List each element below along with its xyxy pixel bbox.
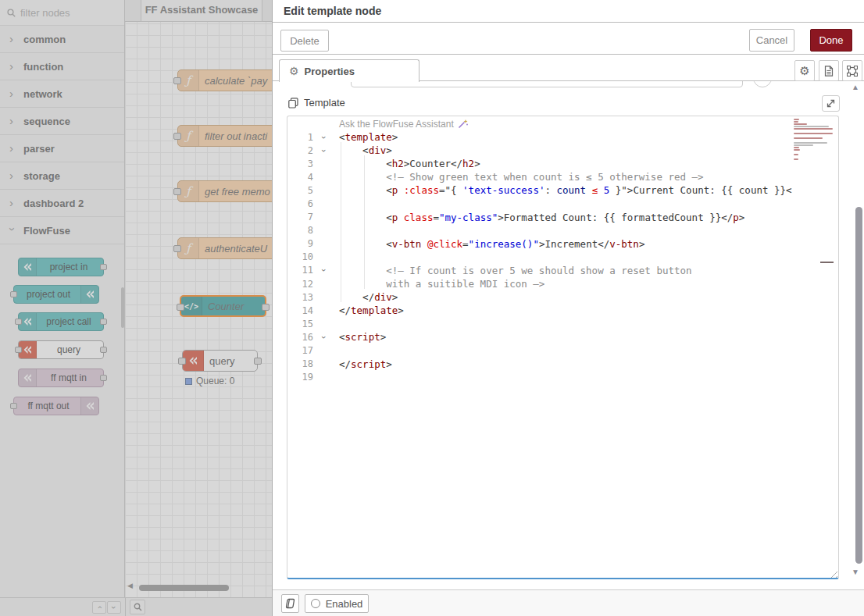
chevron-icon: › <box>9 172 16 180</box>
node-input-port[interactable] <box>15 319 22 325</box>
canvas-node-query[interactable]: query <box>182 350 258 372</box>
expand-icon <box>827 99 835 108</box>
canvas-node-label: get free memo <box>205 181 270 201</box>
palette-category-parser[interactable]: ›parser <box>0 135 124 162</box>
palette-category-common[interactable]: ›common <box>0 26 124 53</box>
minimap[interactable] <box>794 119 836 155</box>
node-output-port[interactable] <box>254 358 262 365</box>
editor-resize-handle[interactable] <box>828 568 837 578</box>
canvas-node-filter-out-inacti[interactable]: ƒfilter out inacti <box>177 125 272 147</box>
function-icon: ƒ <box>186 129 191 143</box>
node-settings-button[interactable]: ⚙ <box>794 60 815 81</box>
node-output-port[interactable] <box>100 264 107 270</box>
enabled-toggle-button[interactable]: Enabled <box>305 594 369 613</box>
name-input-partial[interactable] <box>351 81 743 87</box>
palette-collapse-up-button[interactable]: › <box>92 601 106 614</box>
code-lines: 1›<template>2› <div>3 <h2>Counter</h2>4 … <box>287 130 838 384</box>
tray-tabrow: ⚙ Properties ⚙ <box>273 55 864 81</box>
expand-editor-button[interactable] <box>822 95 840 112</box>
minimap-line <box>794 158 798 160</box>
palette-node-project-out[interactable]: project out <box>13 285 99 304</box>
palette-collapse-down-button[interactable]: › <box>107 601 121 614</box>
flowfuse-node-icon <box>85 402 95 410</box>
palette-filter[interactable]: filter nodes <box>0 0 124 26</box>
code-line: 9 <v-btn @click="increase()">Increment</… <box>287 237 838 251</box>
node-input-port[interactable] <box>15 347 22 353</box>
tray-scrollbar-thumb[interactable] <box>855 207 862 564</box>
canvas-search-button[interactable] <box>130 600 145 614</box>
palette-scrollbar[interactable] <box>121 287 124 328</box>
node-output-port[interactable] <box>100 319 107 325</box>
canvas-node-get-free-memo[interactable]: ƒget free memo <box>177 180 272 202</box>
code-text: <!— Show green text when count is ≤ 5 ot… <box>331 171 704 183</box>
search-icon <box>7 9 16 17</box>
node-input-port[interactable] <box>178 358 186 365</box>
scrollbar-down-arrow[interactable]: ▼ <box>852 568 859 576</box>
tray-footer: Enabled <box>273 589 864 616</box>
canvas-node-counter[interactable]: </>Counter <box>180 295 266 317</box>
fold-chevron-icon[interactable]: › <box>317 266 331 274</box>
code-line: 5 <p :class="{ 'text-success': count ≤ 5… <box>287 183 838 197</box>
minimap-line <box>794 119 799 120</box>
node-icon-strip: ƒ <box>178 70 199 91</box>
node-input-port[interactable] <box>173 133 181 140</box>
cancel-button[interactable]: Cancel <box>749 29 794 52</box>
assistant-placeholder-line[interactable]: Ask the FlowFuse Assistant <box>287 118 838 130</box>
node-output-port[interactable] <box>100 375 107 381</box>
code-line: 4 <!— Show green text when count is ≤ 5 … <box>287 170 838 183</box>
code-line: 1›<template> <box>287 130 838 144</box>
code-line: 13 </div> <box>287 290 838 304</box>
palette-node-ff-mqtt-in[interactable]: ff mqtt in <box>18 369 104 387</box>
delete-button[interactable]: Delete <box>280 30 329 52</box>
node-input-port[interactable] <box>10 291 17 297</box>
code-editor[interactable]: Ask the FlowFuse Assistant 1›<template>2… <box>287 116 839 579</box>
code-line: 3 <h2>Counter</h2> <box>287 157 838 170</box>
flow-canvas[interactable]: FF Assistant Showcase ƒcalculate `payƒfi… <box>125 0 272 597</box>
palette-node-label: project in <box>39 258 98 276</box>
docs-book-button[interactable] <box>281 594 299 613</box>
tab-properties[interactable]: ⚙ Properties <box>279 59 420 82</box>
node-input-port[interactable] <box>173 77 181 84</box>
line-number: 6 <box>287 198 317 209</box>
line-number: 2 <box>287 145 317 156</box>
canvas-node-label: query <box>209 351 235 371</box>
fold-chevron-icon[interactable]: › <box>317 147 331 155</box>
enabled-circle-icon <box>311 599 320 608</box>
canvas-node-calculate-pay[interactable]: ƒcalculate `pay <box>177 69 272 91</box>
workspace-tab[interactable]: FF Assistant Showcase <box>141 0 262 22</box>
palette-node-label: project out <box>19 286 78 303</box>
palette-node-project-in[interactable]: project in <box>18 258 104 276</box>
palette-categories: ›common›function›network›sequence›parser… <box>0 26 124 244</box>
palette-category-storage[interactable]: ›storage <box>0 162 124 190</box>
node-output-port[interactable] <box>262 304 270 311</box>
fold-chevron-icon[interactable]: › <box>317 333 331 341</box>
palette-category-network[interactable]: ›network <box>0 80 124 108</box>
hscroll-thumb[interactable] <box>139 585 229 591</box>
chevron-icon: › <box>9 199 16 207</box>
node-input-port[interactable] <box>173 188 181 195</box>
fold-chevron-icon[interactable]: › <box>317 134 331 141</box>
node-output-port[interactable] <box>100 347 107 353</box>
node-input-port[interactable] <box>177 304 184 311</box>
node-description-button[interactable] <box>819 60 839 81</box>
palette-node-ff-mqtt-out[interactable]: ff mqtt out <box>13 397 99 415</box>
minimap-line <box>794 128 833 130</box>
partial-circle-button[interactable] <box>753 81 772 87</box>
code-text: <script> <box>331 331 386 343</box>
palette-category-flowfuse[interactable]: ›FlowFuse <box>0 217 124 244</box>
palette-category-function[interactable]: ›function <box>0 53 124 80</box>
hscroll-left-arrow[interactable]: ◀ <box>127 582 133 589</box>
palette-node-project-call[interactable]: project call <box>18 312 104 331</box>
line-number: 15 <box>287 319 317 329</box>
node-input-port[interactable] <box>173 245 181 252</box>
node-input-port[interactable] <box>10 403 17 409</box>
node-appearance-button[interactable] <box>842 60 862 81</box>
canvas-node-authenticateu[interactable]: ƒauthenticateU <box>177 237 272 259</box>
palette-node-query[interactable]: query <box>18 340 104 359</box>
node-icon-strip: ƒ <box>178 126 199 146</box>
done-button[interactable]: Done <box>810 29 852 52</box>
palette-category-label: dashboard 2 <box>23 198 84 209</box>
scrollbar-up-arrow[interactable]: ▲ <box>852 83 859 91</box>
palette-category-sequence[interactable]: ›sequence <box>0 108 124 135</box>
palette-category-dashboard-2[interactable]: ›dashboard 2 <box>0 190 124 217</box>
